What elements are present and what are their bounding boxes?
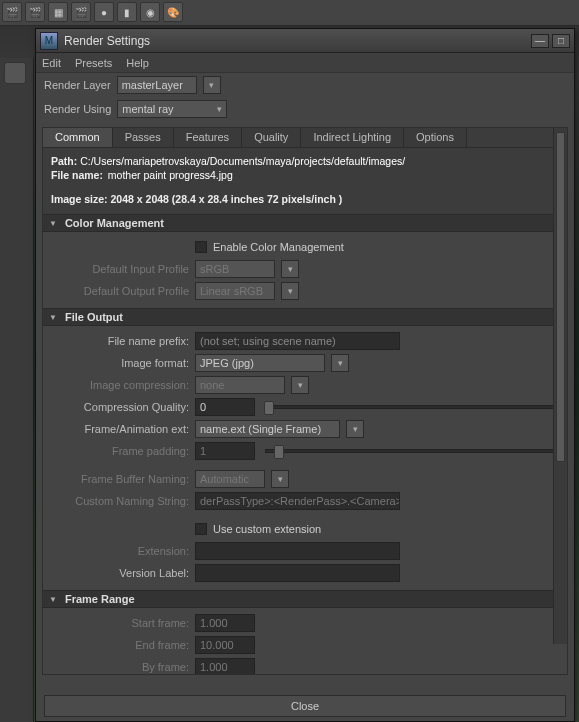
app-icon: M <box>40 32 58 50</box>
render-layer-select[interactable]: masterLayer <box>117 76 197 94</box>
tab-common[interactable]: Common <box>43 128 113 147</box>
custom-naming-string-input: derPassType>:<RenderPass>.<Camera> <box>195 492 400 510</box>
use-custom-extension-checkbox[interactable] <box>195 523 207 535</box>
tab-options[interactable]: Options <box>404 128 467 147</box>
compression-quality-input[interactable]: 0 <box>195 398 255 416</box>
toolbar-icon-7[interactable]: ◉ <box>140 2 160 22</box>
scrollbar-thumb[interactable] <box>556 132 565 462</box>
default-input-profile-caret: ▾ <box>281 260 299 278</box>
frame-buffer-naming-select: Automatic <box>195 470 265 488</box>
tab-indirect-lighting[interactable]: Indirect Lighting <box>301 128 404 147</box>
app-shelf <box>0 58 34 722</box>
shelf-icon-1[interactable] <box>4 62 26 84</box>
image-compression-caret: ▾ <box>291 376 309 394</box>
toolbar-icon-5[interactable]: ● <box>94 2 114 22</box>
menu-edit[interactable]: Edit <box>42 57 61 69</box>
frame-buffer-naming-caret: ▾ <box>271 470 289 488</box>
menu-presets[interactable]: Presets <box>75 57 112 69</box>
tab-features[interactable]: Features <box>174 128 242 147</box>
minimize-button[interactable]: — <box>531 34 549 48</box>
frame-padding-label: Frame padding: <box>49 445 189 457</box>
render-using-select[interactable]: mental ray ▾ <box>117 100 227 118</box>
menu-help[interactable]: Help <box>126 57 149 69</box>
image-format-label: Image format: <box>49 357 189 369</box>
toolbar-icon-8[interactable]: 🎨 <box>163 2 183 22</box>
collapse-icon: ▼ <box>49 595 57 604</box>
frame-padding-slider <box>265 449 561 453</box>
image-size-text: Image size: 2048 x 2048 (28.4 x 28.4 inc… <box>51 193 342 205</box>
menubar: Edit Presets Help <box>36 53 574 73</box>
version-label-input[interactable] <box>195 564 400 582</box>
render-layer-row: Render Layer masterLayer ▾ <box>36 73 574 97</box>
render-using-value: mental ray <box>122 103 173 115</box>
frame-padding-input: 1 <box>195 442 255 460</box>
section-title-color-management: Color Management <box>65 217 164 229</box>
render-using-row: Render Using mental ray ▾ <box>36 97 574 121</box>
toolbar-icon-3[interactable]: ▦ <box>48 2 68 22</box>
frame-ext-caret[interactable]: ▾ <box>346 420 364 438</box>
toolbar-icon-2[interactable]: 🎬 <box>25 2 45 22</box>
section-title-frame-range: Frame Range <box>65 593 135 605</box>
frame-buffer-naming-value: Automatic <box>200 473 249 485</box>
frame-buffer-naming-label: Frame Buffer Naming: <box>49 473 189 485</box>
filename-label: File name: <box>51 169 103 181</box>
default-output-profile-label: Default Output Profile <box>49 285 189 297</box>
window-title: Render Settings <box>64 34 531 48</box>
close-button[interactable]: Close <box>44 695 566 717</box>
section-body-frame-range: Start frame: 1.000 End frame: 10.000 By … <box>43 608 567 674</box>
path-label: Path: <box>51 155 77 167</box>
default-output-profile-caret: ▾ <box>281 282 299 300</box>
frame-ext-select[interactable]: name.ext (Single Frame) <box>195 420 340 438</box>
image-format-value: JPEG (jpg) <box>200 357 254 369</box>
render-settings-dialog: M Render Settings — □ Edit Presets Help … <box>35 28 575 722</box>
close-button-label: Close <box>291 700 319 712</box>
by-frame-input: 1.000 <box>195 658 255 674</box>
maximize-button[interactable]: □ <box>552 34 570 48</box>
render-layer-label: Render Layer <box>44 79 111 91</box>
tab-quality[interactable]: Quality <box>242 128 301 147</box>
custom-naming-string-label: Custom Naming String: <box>49 495 189 507</box>
tab-passes[interactable]: Passes <box>113 128 174 147</box>
section-head-color-management[interactable]: ▼ Color Management <box>43 214 567 232</box>
by-frame-label: By frame: <box>49 661 189 673</box>
render-layer-dropdown-icon[interactable]: ▾ <box>203 76 221 94</box>
image-format-select[interactable]: JPEG (jpg) <box>195 354 325 372</box>
version-label-label: Version Label: <box>49 567 189 579</box>
collapse-icon: ▼ <box>49 313 57 322</box>
chevron-down-icon: ▾ <box>217 104 222 114</box>
slider-thumb <box>274 445 284 459</box>
vertical-scrollbar[interactable] <box>553 128 567 644</box>
default-output-profile-value: Linear sRGB <box>200 285 263 297</box>
path-value: C:/Users/mariapetrovskaya/Documents/maya… <box>80 155 405 167</box>
toolbar-icon-4[interactable]: 🎬 <box>71 2 91 22</box>
image-compression-label: Image compression: <box>49 379 189 391</box>
render-layer-value: masterLayer <box>122 79 183 91</box>
file-name-prefix-input[interactable]: (not set; using scene name) <box>195 332 400 350</box>
info-block: Path: C:/Users/mariapetrovskaya/Document… <box>43 148 567 214</box>
titlebar[interactable]: M Render Settings — □ <box>36 29 574 53</box>
extension-label: Extension: <box>49 545 189 557</box>
settings-tabs: Common Passes Features Quality Indirect … <box>43 128 567 148</box>
default-input-profile-label: Default Input Profile <box>49 263 189 275</box>
settings-panel: Common Passes Features Quality Indirect … <box>42 127 568 675</box>
section-title-file-output: File Output <box>65 311 123 323</box>
toolbar-icon-6[interactable]: ▮ <box>117 2 137 22</box>
default-output-profile-select: Linear sRGB <box>195 282 275 300</box>
start-frame-input: 1.000 <box>195 614 255 632</box>
section-head-frame-range[interactable]: ▼ Frame Range <box>43 590 567 608</box>
toolbar-icon-1[interactable]: 🎬 <box>2 2 22 22</box>
file-name-prefix-label: File name prefix: <box>49 335 189 347</box>
panel-body: ▼ Color Management Enable Color Manageme… <box>43 214 567 674</box>
image-compression-select: none <box>195 376 285 394</box>
image-format-caret[interactable]: ▾ <box>331 354 349 372</box>
section-head-file-output[interactable]: ▼ File Output <box>43 308 567 326</box>
enable-color-management-checkbox[interactable] <box>195 241 207 253</box>
default-input-profile-value: sRGB <box>200 263 229 275</box>
compression-quality-slider[interactable] <box>265 405 561 409</box>
end-frame-label: End frame: <box>49 639 189 651</box>
filename-value: mother paint progress4.jpg <box>108 169 233 181</box>
slider-thumb[interactable] <box>264 401 274 415</box>
start-frame-label: Start frame: <box>49 617 189 629</box>
collapse-icon: ▼ <box>49 219 57 228</box>
frame-ext-value: name.ext (Single Frame) <box>200 423 321 435</box>
